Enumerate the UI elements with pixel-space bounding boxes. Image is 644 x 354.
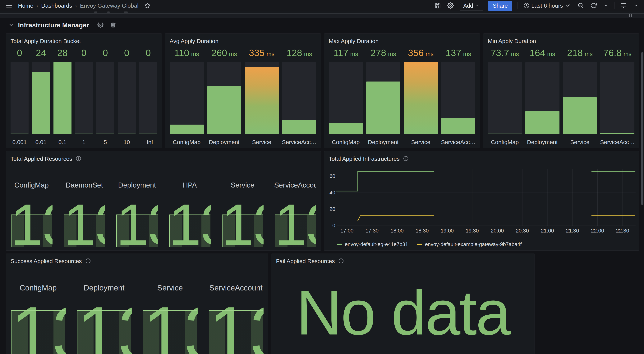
bar-label: 0.1 [54,134,72,146]
cutoff-text-remnant [94,11,97,13]
panel-title[interactable]: Total Apply Duration Bucket [10,38,81,44]
save-dashboard-button[interactable] [434,1,442,10]
bar-value-number: 76.8 [603,47,622,58]
bar-value: 24 [32,47,50,62]
bar-value-number: 0 [17,47,22,58]
time-range-picker[interactable]: Last 6 hours [522,1,572,10]
bar-value-unit: ms [229,51,237,58]
bar-value: 0 [96,47,114,62]
timeseries-plot[interactable]: 17:0017:3018:0018:3019:0019:3020:0020:30… [329,164,638,236]
bar-label: ConfigMap [488,134,522,146]
bar-label: ServiceAcc… [600,134,634,146]
bar-value-unit: ms [350,51,358,58]
toolbar-divider [614,2,614,9]
kiosk-caret[interactable] [632,2,639,9]
stat-grid: ConfigMap13DaemonSet13Deployment13HPA13S… [10,165,316,248]
dashboard-settings-button[interactable] [446,1,455,10]
bar-gauge: 73.7msConfigMap164msDeployment218msServi… [488,47,634,146]
bar-value: 137ms [441,47,475,62]
row-title[interactable]: Infrastructure Manager [18,21,89,29]
breadcrumb-item[interactable]: Dashboards [41,2,72,9]
row-header[interactable]: Infrastructure Manager [8,21,116,29]
bar-value: 0 [10,47,28,62]
panel-max-apply-duration: Max Apply Duration117msConfigMap278msDep… [324,33,480,148]
bar-value-unit: ms [585,51,593,58]
panel-header: Success Applied Resources [10,257,264,266]
legend-label: envoy-default-example-gateway-9b7aba4f [425,241,522,247]
chevron-down-icon[interactable] [8,22,14,28]
panel-title[interactable]: Total Applied Infrastructures [329,156,400,162]
add-button[interactable]: Add [460,1,484,11]
breadcrumb-item[interactable]: Envoy Gateway Global [80,2,138,9]
refresh-icon [590,2,597,9]
bar-value: 76.8ms [600,47,634,62]
bar-value-number: 28 [57,47,68,58]
bar-label: Service [563,134,597,146]
bar-fill [563,97,597,134]
favorite-button[interactable] [143,1,152,10]
bar-fill [441,118,475,134]
panel-fail-applied-resources: Fail Applied ResourcesNo data [271,254,535,354]
x-axis-tick-label: 21:00 [541,228,554,234]
bar-track [207,62,241,134]
breadcrumb-item[interactable]: Home [18,2,33,9]
stat-sparkline [222,214,263,247]
stat-sparkline [64,214,105,247]
chevron-down-icon [604,3,608,8]
stat-label: HPA [169,181,211,189]
info-icon[interactable] [76,156,81,162]
bar-track [282,62,316,134]
row-delete-trash-icon[interactable] [110,22,116,29]
info-icon[interactable] [338,258,344,264]
bar-value: 28 [54,47,72,62]
panel-title[interactable]: Max Apply Duration [329,38,378,44]
bar-label: ServiceAcc… [282,134,316,146]
info-icon[interactable] [85,258,91,264]
bar-label: 10 [118,134,136,146]
refresh-interval-caret[interactable] [603,2,609,9]
bar-value-number: 73.7 [491,47,509,58]
stat-sparkline [169,214,210,247]
stat-cell: ConfigMap13 [10,165,52,248]
bar-value-number: 0 [103,47,108,58]
share-button[interactable]: Share [488,1,512,11]
info-icon[interactable] [403,156,409,162]
bar-track [329,62,363,134]
tv-mode-button[interactable] [620,1,628,10]
bar-track [600,62,634,134]
bar-value-unit: ms [547,51,555,58]
bar-column: 218msService [563,47,597,146]
bar-fill [366,82,400,134]
bar-value-number: 356 [408,47,424,58]
bar-fill [282,120,316,134]
bar-value: 260ms [207,47,241,62]
vertical-scrollbar-thumb[interactable] [641,52,644,205]
bar-track [245,62,279,134]
menu-toggle-button[interactable] [5,1,13,10]
refresh-button[interactable] [590,1,598,10]
y-axis-tick-label: 60 [330,173,335,179]
row-settings-gear-icon[interactable] [97,22,104,29]
bar-column: 73.7msConfigMap [488,47,522,146]
panel-title[interactable]: Total Applied Resources [10,156,72,162]
panel-title[interactable]: Success Applied Resources [10,258,82,264]
panel-title[interactable]: Min Apply Duration [488,38,536,44]
panel-avg-apply-duration: Avg Apply Duration110msConfigMap260msDep… [165,33,321,148]
bar-track [170,62,204,134]
zoom-out-time-button[interactable] [577,1,585,10]
legend-item[interactable]: envoy-default-example-gateway-9b7aba4f [417,241,522,247]
panel-title[interactable]: Fail Applied Resources [276,258,335,264]
x-axis-tick-label: 22:00 [591,228,604,234]
legend-swatch [417,244,422,245]
cutoff-text-remnant [107,11,110,13]
chevron-down-icon [564,2,571,9]
legend-item[interactable]: envoy-default-eg-e41e7b31 [337,241,408,247]
bar-label: 1 [75,134,93,146]
bar-track [96,62,114,134]
bar-value: 128ms [282,47,316,62]
toolbar-divider [517,2,518,9]
panel-title[interactable]: Avg Apply Duration [170,38,218,44]
bar-fill [404,62,438,134]
breadcrumb: Home›Dashboards›Envoy Gateway Global [18,2,138,9]
bar-column: 137msServiceAcc… [441,47,475,146]
